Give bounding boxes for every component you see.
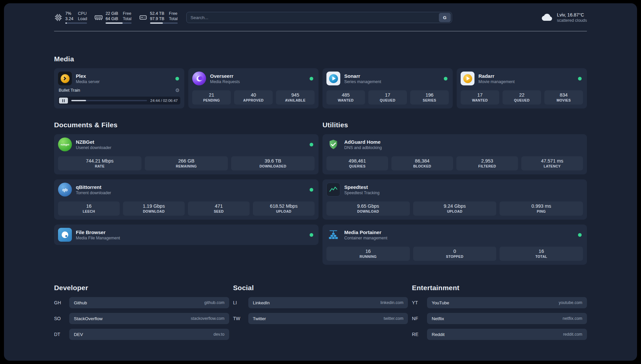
service-card-speedtest[interactable]: Speedtest Speedtest Tracking 9.65 GbpsDO… <box>322 179 587 220</box>
service-name: qBittorrent <box>76 184 306 190</box>
service-name: Plex <box>76 73 171 79</box>
stat-value: 498,461 <box>328 158 387 164</box>
stat-label: WANTED <box>328 98 364 102</box>
memory-free: 22 GiB <box>106 11 118 16</box>
stat-tile: 16RUNNING <box>326 247 410 261</box>
bookmark-github[interactable]: Github github.com <box>69 297 229 308</box>
bookmark-abbr: YT <box>412 300 427 305</box>
bookmark-row: YT YouTube youtube.com <box>412 297 587 308</box>
status-dot <box>444 77 447 80</box>
stat-label: DOWNLOAD <box>124 209 183 213</box>
stat-label: BLOCKED <box>393 164 452 168</box>
service-subtitle: Usenet downloader <box>76 145 306 150</box>
stat-tile: 2,953FILTERED <box>456 156 518 170</box>
bookmark-youtube[interactable]: YouTube youtube.com <box>427 297 587 308</box>
filebrowser-icon <box>58 228 72 242</box>
disk-label-total: Total <box>169 16 177 22</box>
search-input[interactable] <box>187 15 439 20</box>
section-title-utilities: Utilities <box>322 121 587 129</box>
bookmark-row: NF Netflix netflix.com <box>412 313 587 324</box>
stat-tile: 17QUEUED <box>368 90 407 105</box>
bookmark-abbr: SO <box>54 316 69 321</box>
sonarr-icon <box>326 72 340 85</box>
stat-value: 0 <box>414 249 495 254</box>
memory-progress-bar <box>106 22 132 24</box>
service-subtitle: Torrent downloader <box>76 191 306 195</box>
service-card-adguard[interactable]: AdGuard Home DNS and adblocking 498,461Q… <box>322 134 587 174</box>
bookmark-twitter[interactable]: Twitter twitter.com <box>248 313 408 324</box>
status-dot <box>310 233 313 237</box>
bookmark-abbr: GH <box>54 300 69 305</box>
bookmark-abbr: LI <box>233 300 248 305</box>
pause-button[interactable] <box>59 98 68 104</box>
service-card-overseerr[interactable]: Overseerr Media Requests 21PENDING 40APP… <box>188 68 319 108</box>
stat-tile: 196SERIES <box>410 90 449 105</box>
status-dot <box>310 143 313 146</box>
stat-label: LEECH <box>59 209 118 213</box>
stat-tile: 1.19 GbpsDOWNLOAD <box>123 201 185 216</box>
stat-tile: 834MOVIES <box>544 90 583 105</box>
stat-tile: 485WANTED <box>326 90 365 105</box>
stat-value: 2,953 <box>458 158 517 164</box>
cpu-load: 3.24 <box>65 16 73 22</box>
service-card-nzbget[interactable]: nzbget NZBGet Usenet downloader 744.21 M… <box>54 134 319 174</box>
section-title-developer: Developer <box>54 284 229 292</box>
service-subtitle: DNS and adblocking <box>344 145 583 150</box>
settings-gear-icon[interactable]: ⚙ <box>175 88 180 93</box>
bookmark-reddit[interactable]: Reddit reddit.com <box>427 329 587 340</box>
radarr-icon <box>461 72 474 85</box>
stat-tile: 47.571 msLATENCY <box>521 156 583 170</box>
bookmark-row: DT DEV dev.to <box>54 329 229 340</box>
service-card-qbittorrent[interactable]: qb qBittorrent Torrent downloader 16LEEC… <box>54 179 319 220</box>
memory-icon <box>94 13 103 22</box>
stat-label: REMAINING <box>146 164 227 168</box>
stat-tile: 17WANTED <box>461 90 499 105</box>
stat-tile: 471SEED <box>188 201 250 216</box>
stat-label: PENDING <box>194 98 229 102</box>
service-card-portainer[interactable]: Media Portainer Container management 16R… <box>322 225 587 265</box>
stat-value: 266 GB <box>146 158 227 164</box>
playback-progress[interactable] <box>71 100 147 101</box>
cpu-percent: 7% <box>65 11 73 16</box>
stat-tile: 22QUEUED <box>503 90 541 105</box>
stat-label: WANTED <box>462 98 498 102</box>
stat-tile: 39.6 TBDOWNLOADED <box>231 156 315 170</box>
stat-value: 86,384 <box>393 158 452 164</box>
service-card-plex[interactable]: Plex Media server Bullet Train ⚙ 24:44 /… <box>54 68 184 108</box>
section-title-media: Media <box>54 55 587 63</box>
bookmark-linkedin[interactable]: LinkedIn linkedin.com <box>248 297 408 308</box>
stat-tile: 16LEECH <box>58 201 120 216</box>
disk-widget: 52.4 TB 97.9 TB Free Total <box>139 11 178 24</box>
stat-label: STOPPED <box>414 255 495 258</box>
bookmark-dev[interactable]: DEV dev.to <box>69 329 229 340</box>
service-name: Radarr <box>478 73 574 79</box>
memory-label-total: Total <box>123 16 131 22</box>
status-dot <box>310 188 313 192</box>
service-card-sonarr[interactable]: Sonarr Series management 485WANTED 17QUE… <box>322 68 453 108</box>
bookmark-netflix[interactable]: Netflix netflix.com <box>427 313 587 324</box>
service-subtitle: Media Requests <box>210 79 306 84</box>
service-name: File Browser <box>76 229 306 235</box>
memory-total: 64 GiB <box>106 16 118 22</box>
service-name: Speedtest <box>344 184 583 190</box>
service-card-radarr[interactable]: Radarr Movie management 17WANTED 22QUEUE… <box>457 68 587 108</box>
stat-label: UPLOAD <box>254 209 313 213</box>
search-provider-button[interactable]: G <box>439 13 451 22</box>
status-dot <box>175 77 179 80</box>
bookmark-stackoverflow[interactable]: StackOverflow stackoverflow.com <box>69 313 229 324</box>
stat-value: 9.65 Gbps <box>328 203 409 209</box>
stat-label: RUNNING <box>328 255 409 258</box>
bookmark-group-entertainment: Entertainment YT YouTube youtube.com NF … <box>412 284 587 340</box>
stat-tile: 9.65 GbpsDOWNLOAD <box>326 201 410 216</box>
service-subtitle: Series management <box>344 79 440 84</box>
status-dot <box>578 77 582 80</box>
search-bar: G <box>186 12 452 23</box>
stat-label: TOTAL <box>501 255 582 258</box>
weather-condition: scattered clouds <box>557 18 587 23</box>
service-card-filebrowser[interactable]: File Browser Media File Management <box>54 225 319 245</box>
disk-label-free: Free <box>169 11 177 16</box>
stat-value: 0.993 ms <box>501 203 582 209</box>
stat-label: QUERIES <box>328 164 387 168</box>
bookmark-abbr: RE <box>412 332 427 337</box>
disk-free: 52.4 TB <box>150 11 165 16</box>
